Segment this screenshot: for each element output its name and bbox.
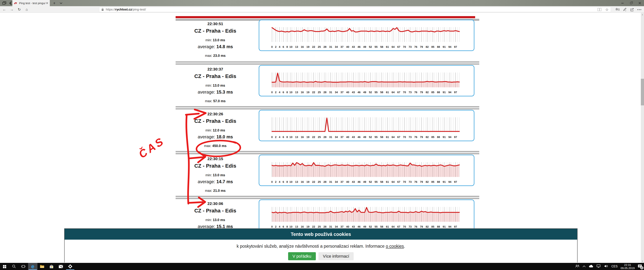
- window-minimize-button[interactable]: [618, 0, 627, 6]
- browser-tab[interactable]: Ping test - test pingu/o: [12, 0, 50, 6]
- svg-text:16: 16: [301, 225, 304, 228]
- svg-text:97: 97: [454, 45, 457, 48]
- test-server-location: CZ - Praha - Edis: [174, 28, 256, 34]
- page-top-red-bar: [176, 16, 475, 18]
- svg-text:67: 67: [397, 45, 400, 48]
- svg-text:6: 6: [282, 91, 284, 94]
- test-timestamp: 22:30:15: [174, 157, 256, 161]
- ping-test-result: 22:30:51 CZ - Praha - Edis min: 13.0 ms …: [0, 20, 644, 65]
- ping-test-result: 22:30:15 CZ - Praha - Edis min: 13.0 ms …: [0, 155, 644, 200]
- start-button[interactable]: [0, 263, 9, 270]
- svg-text:52: 52: [369, 91, 372, 94]
- svg-text:97: 97: [454, 91, 457, 94]
- svg-text:19: 19: [306, 45, 310, 48]
- test-server-location: CZ - Praha - Edis: [174, 163, 256, 169]
- task-view-icon[interactable]: [19, 263, 28, 270]
- share-icon[interactable]: [629, 6, 636, 13]
- scroll-up-icon[interactable]: ∧: [641, 13, 644, 16]
- test-timestamp: 22:30:51: [174, 22, 256, 26]
- tab-close-icon[interactable]: [46, 2, 48, 5]
- tray-chevron-up-icon[interactable]: [582, 265, 586, 268]
- svg-text:4: 4: [279, 91, 280, 94]
- onedrive-cloud-icon[interactable]: [588, 264, 594, 268]
- svg-text:34: 34: [335, 91, 338, 94]
- svg-text:28: 28: [324, 45, 326, 48]
- svg-text:6: 6: [282, 136, 284, 139]
- svg-text:34: 34: [335, 45, 338, 48]
- svg-text:61: 61: [386, 225, 389, 228]
- svg-text:0: 0: [271, 91, 273, 94]
- taskbar-sharex-icon[interactable]: [66, 263, 75, 270]
- home-button[interactable]: ⌂: [24, 6, 30, 13]
- scroll-down-icon[interactable]: ∨: [641, 259, 644, 262]
- search-icon[interactable]: [9, 263, 19, 270]
- refresh-button[interactable]: ↻: [16, 6, 22, 13]
- taskbar-mail-icon[interactable]: [56, 263, 66, 270]
- svg-text:76: 76: [414, 45, 417, 48]
- cookie-more-info-button[interactable]: Více informací: [318, 252, 354, 260]
- taskbar-file-explorer-icon[interactable]: [38, 263, 47, 270]
- svg-text:49: 49: [363, 136, 366, 139]
- network-icon[interactable]: [596, 264, 601, 268]
- taskbar-clock[interactable]: 22:31 09.05.2019: [620, 263, 635, 270]
- svg-text:28: 28: [324, 136, 326, 139]
- volume-icon[interactable]: [604, 264, 608, 269]
- svg-text:10: 10: [290, 91, 292, 94]
- cookie-info-link[interactable]: o cookies: [386, 244, 404, 249]
- window-restore-button[interactable]: [627, 0, 636, 6]
- svg-text:43: 43: [352, 136, 355, 139]
- svg-text:91: 91: [443, 45, 446, 48]
- web-note-pen-icon[interactable]: [622, 6, 628, 13]
- svg-text:6: 6: [282, 225, 284, 228]
- svg-text:67: 67: [397, 225, 400, 228]
- cookie-accept-button[interactable]: V pořádku: [288, 252, 316, 260]
- min-ping: min: 13.0 ms: [174, 38, 256, 42]
- forward-button[interactable]: →: [8, 6, 15, 13]
- people-icon[interactable]: [575, 264, 580, 269]
- tab-preview-chevron-icon[interactable]: [58, 1, 64, 6]
- svg-text:40: 40: [346, 225, 349, 228]
- ping-chart: 0246810131619222528313437404346495255586…: [259, 155, 474, 185]
- svg-text:22: 22: [312, 45, 315, 48]
- reading-view-icon[interactable]: [596, 7, 603, 12]
- settings-ellipsis-icon[interactable]: ⋯: [636, 6, 642, 13]
- svg-text:64: 64: [392, 45, 395, 48]
- svg-text:13: 13: [295, 225, 298, 228]
- taskbar-store-icon[interactable]: [47, 263, 56, 270]
- svg-text:85: 85: [431, 180, 434, 183]
- svg-text:19: 19: [306, 91, 310, 94]
- language-indicator[interactable]: CES: [612, 265, 618, 268]
- cookie-banner: Tento web používá cookies k poskytování …: [64, 228, 578, 262]
- svg-text:37: 37: [340, 136, 344, 139]
- svg-text:19: 19: [306, 225, 310, 228]
- action-center-icon[interactable]: 1: [638, 264, 642, 269]
- notification-badge: 1: [640, 266, 644, 269]
- svg-text:0: 0: [271, 225, 273, 228]
- window-close-button[interactable]: [636, 0, 644, 6]
- svg-text:13: 13: [295, 45, 298, 48]
- new-tab-button[interactable]: +: [52, 1, 57, 6]
- svg-text:10: 10: [290, 225, 292, 228]
- url-text: https://rychlost.cz/ping-test/: [106, 8, 146, 12]
- taskbar-edge-icon[interactable]: e: [28, 263, 38, 270]
- svg-text:22: 22: [312, 180, 315, 183]
- avg-ping: average: 18.0 ms: [174, 134, 256, 140]
- ping-chart: 0246810131619222528313437404346495255586…: [259, 200, 474, 230]
- svg-text:16: 16: [301, 91, 304, 94]
- svg-text:2: 2: [275, 180, 276, 183]
- svg-text:82: 82: [426, 91, 429, 94]
- scrollbar-thumb[interactable]: [641, 79, 644, 105]
- svg-text:4: 4: [279, 225, 280, 228]
- favorites-hub-icon[interactable]: [614, 6, 621, 13]
- svg-text:13: 13: [295, 91, 298, 94]
- address-bar[interactable]: https://rychlost.cz/ping-test/: [99, 7, 611, 12]
- cookie-banner-title: Tento web používá cookies: [64, 229, 577, 240]
- back-button[interactable]: ←: [1, 6, 8, 13]
- svg-text:82: 82: [426, 225, 429, 228]
- svg-text:58: 58: [380, 136, 383, 139]
- page-scrollbar[interactable]: ∧ ∨: [641, 13, 644, 263]
- tabs-set-aside-view-icon[interactable]: [2, 1, 7, 5]
- svg-text:79: 79: [420, 180, 423, 183]
- svg-text:73: 73: [409, 91, 412, 94]
- add-favorite-star-icon[interactable]: ☆: [604, 7, 610, 12]
